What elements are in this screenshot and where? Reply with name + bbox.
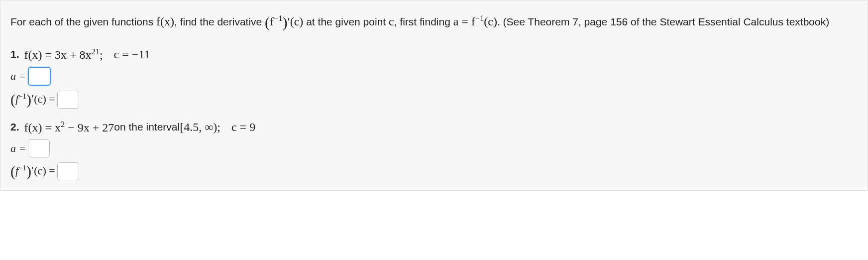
problem-2-exp: 2: [61, 120, 65, 129]
problem-1-a-row: a =: [10, 67, 858, 86]
p2-deriv-c: (c) =: [34, 164, 55, 177]
intro-finv-exp: −1: [274, 13, 282, 23]
problem-1-a-label: a =: [10, 70, 26, 83]
problem-2-interval-text: on the interval: [114, 121, 180, 133]
problem-2-deriv-row: (f−1)′(c) =: [10, 162, 858, 180]
intro-text-2: , find the derivative: [174, 16, 265, 27]
problem-2-a-label: a =: [10, 142, 26, 155]
paren-open: (: [265, 14, 270, 30]
intro-text-3: at the given point: [303, 16, 389, 27]
p2-deriv-open: (: [10, 163, 15, 179]
problem-2-a-input[interactable]: [28, 139, 50, 157]
p1-deriv-close: ): [26, 91, 31, 108]
intro-finv2-f: f: [471, 15, 475, 28]
intro-carg2: (c): [484, 15, 497, 28]
intro-text-1: For each of the given functions: [10, 16, 156, 27]
problem-1-number: 1.: [10, 48, 19, 60]
intro-text-5: . (See Theorem 7, page 156 of the Stewar…: [497, 16, 829, 27]
problem-2-deriv-input[interactable]: [57, 162, 79, 180]
problem-2-a-row: a =: [10, 139, 858, 157]
intro-finv-f: f: [270, 15, 274, 28]
problem-2-number: 2.: [10, 121, 19, 133]
intro-aeq: a =: [453, 15, 471, 28]
problem-1-func: f(x) = 3x + 8x: [24, 48, 92, 61]
p2-deriv-neg1: −1: [18, 164, 26, 172]
intro-carg: (c): [290, 15, 304, 28]
intro-fx: f(x): [156, 15, 174, 28]
problem-1: 1. f(x) = 3x + 8x21; c = −11 a = (f−1)′(…: [10, 47, 858, 109]
problem-1-deriv-row: (f−1)′(c) =: [10, 91, 858, 109]
p2-deriv-close: ): [26, 163, 31, 179]
instructions-text: For each of the given functions f(x), fi…: [10, 9, 858, 35]
problem-2-statement: 2. f(x) = x2 − 9x + 27 on the interval […: [10, 120, 858, 134]
problem-2-semicolon: ;: [217, 121, 220, 134]
problem-2-c: c = 9: [231, 121, 255, 134]
problem-1-semicolon: ;: [100, 48, 103, 61]
p1-deriv-neg1: −1: [18, 92, 26, 100]
problem-2-interval: [4.5, ∞): [180, 121, 217, 134]
problem-1-exp: 21: [92, 47, 100, 56]
intro-text-4: , first finding: [394, 16, 453, 27]
problem-container: For each of the given functions f(x), fi…: [0, 0, 868, 191]
problem-2: 2. f(x) = x2 − 9x + 27 on the interval […: [10, 120, 858, 180]
problem-1-deriv-input[interactable]: [57, 91, 79, 109]
problem-2-tail: − 9x + 27: [65, 121, 114, 134]
p1-deriv-c: (c) =: [34, 93, 55, 105]
problem-2-func: f(x) = x: [24, 121, 61, 134]
problem-1-c: c = −11: [114, 48, 150, 61]
problem-1-statement: 1. f(x) = 3x + 8x21; c = −11: [10, 47, 858, 62]
intro-cvar: c: [389, 15, 394, 28]
intro-finv2-exp: −1: [475, 13, 484, 23]
p1-deriv-open: (: [10, 91, 15, 108]
paren-close: ): [282, 14, 287, 30]
problem-1-a-input[interactable]: [28, 67, 51, 86]
